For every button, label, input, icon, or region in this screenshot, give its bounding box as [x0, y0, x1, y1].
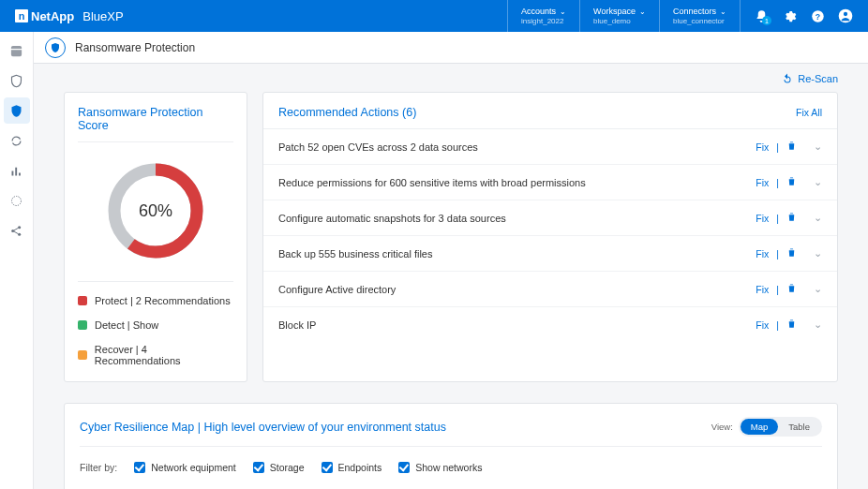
action-text: Configure automatic snapshots for 3 data…: [278, 213, 756, 224]
checkbox-checked-icon: [322, 462, 333, 473]
filter-endpoints[interactable]: Endpoints: [322, 462, 382, 473]
trash-icon[interactable]: [786, 319, 797, 331]
chevron-down-icon[interactable]: ⌄: [814, 212, 822, 224]
action-text: Block IP: [278, 319, 756, 331]
action-row: Configure automatic snapshots for 3 data…: [263, 200, 837, 236]
action-row: Patch 52 open CVEs across 2 data sources…: [263, 129, 837, 165]
fix-button[interactable]: Fix: [756, 319, 769, 331]
svg-point-4: [12, 196, 22, 205]
chevron-down-icon: ⌄: [560, 7, 566, 16]
page-subheader: Ransomware Protection: [0, 32, 868, 64]
legend-swatch-detect: [78, 320, 87, 330]
legend-recover[interactable]: Recover | 4 Recommendations: [78, 344, 233, 366]
action-row: Reduce permissions for 600 sensitive ite…: [263, 165, 837, 200]
action-text: Configure Active directory: [278, 284, 756, 295]
chevron-down-icon: ⌄: [639, 7, 646, 16]
side-nav: [0, 32, 34, 489]
chevron-down-icon[interactable]: ⌄: [814, 247, 822, 259]
recommended-actions-card: Recommended Actions (6) Fix All Patch 52…: [262, 92, 838, 382]
main-content: Re-Scan Ransomware Protection Score 60% …: [34, 64, 868, 489]
cyber-resilience-map-card: Cyber Resilience Map | High level overvi…: [64, 403, 838, 489]
toggle-map[interactable]: Map: [741, 419, 778, 435]
svg-text:?: ?: [815, 11, 819, 21]
trash-icon[interactable]: [786, 141, 797, 153]
trash-icon[interactable]: [786, 247, 797, 259]
trash-icon[interactable]: [786, 283, 797, 295]
nav-reports-icon[interactable]: [4, 157, 30, 184]
fix-button[interactable]: Fix: [756, 213, 769, 224]
legend-swatch-protect: [78, 296, 87, 305]
netapp-n-icon: n: [15, 9, 28, 22]
chevron-down-icon[interactable]: ⌄: [814, 176, 822, 188]
nav-extensions-icon[interactable]: [4, 187, 30, 214]
workspace-dropdown[interactable]: Workspace⌄ blue_demo: [579, 0, 659, 32]
protection-score-card: Ransomware Protection Score 60% Protect …: [64, 92, 247, 382]
nav-share-icon[interactable]: [4, 217, 30, 244]
chevron-down-icon: ⌄: [720, 7, 726, 16]
fix-button[interactable]: Fix: [756, 177, 769, 188]
ransomware-protection-icon: [45, 37, 66, 58]
product-name: BlueXP: [82, 9, 123, 23]
score-legend: Protect | 2 Recommendations Detect | Sho…: [78, 281, 233, 366]
checkbox-checked-icon: [134, 462, 145, 473]
view-label: View:: [711, 422, 733, 432]
brand-name: NetApp: [31, 9, 74, 23]
fix-all-button[interactable]: Fix All: [796, 107, 822, 118]
action-text: Reduce permissions for 600 sensitive ite…: [278, 177, 756, 188]
chevron-down-icon[interactable]: ⌄: [814, 283, 822, 295]
filter-network-equipment[interactable]: Network equipment: [134, 462, 235, 473]
legend-detect[interactable]: Detect | Show: [78, 319, 233, 331]
score-card-title: Ransomware Protection Score: [78, 106, 233, 142]
action-row: Back up 555 business critical files Fix …: [263, 236, 837, 272]
action-row: Configure Active directory Fix | ⌄: [263, 272, 837, 307]
score-percent: 60%: [104, 159, 207, 262]
checkbox-checked-icon: [253, 462, 264, 473]
app-header: n NetApp BlueXP Accounts⌄ insight_2022 W…: [0, 0, 868, 32]
action-row: Block IP Fix | ⌄: [263, 307, 837, 342]
accounts-dropdown[interactable]: Accounts⌄ insight_2022: [507, 0, 579, 32]
svg-point-3: [844, 12, 847, 16]
actions-card-title: Recommended Actions (6): [278, 106, 416, 119]
notifications-icon[interactable]: 1: [754, 8, 769, 23]
page-title: Ransomware Protection: [75, 41, 195, 54]
legend-protect[interactable]: Protect | 2 Recommendations: [78, 295, 233, 306]
nav-protection-icon[interactable]: [4, 97, 30, 124]
notifications-badge: 1: [762, 16, 771, 25]
connectors-dropdown[interactable]: Connectors⌄ blue_connector: [659, 0, 740, 32]
fix-button[interactable]: Fix: [756, 284, 769, 295]
action-text: Patch 52 open CVEs across 2 data sources: [278, 141, 756, 153]
score-donut-chart: 60%: [104, 159, 207, 262]
map-card-title: Cyber Resilience Map | High level overvi…: [80, 421, 446, 434]
view-toggle: View: Map Table: [711, 417, 822, 437]
help-icon[interactable]: ?: [810, 8, 825, 23]
rescan-button[interactable]: Re-Scan: [782, 73, 838, 84]
nav-sync-icon[interactable]: [4, 127, 30, 154]
chevron-down-icon[interactable]: ⌄: [814, 319, 822, 331]
chevron-down-icon[interactable]: ⌄: [814, 141, 822, 153]
map-filters: Filter by: Network equipment Storage End…: [80, 462, 822, 473]
fix-button[interactable]: Fix: [756, 141, 769, 153]
nav-canvas-icon[interactable]: [4, 37, 30, 64]
trash-icon[interactable]: [786, 212, 797, 224]
filter-storage[interactable]: Storage: [253, 462, 305, 473]
fix-button[interactable]: Fix: [756, 248, 769, 259]
refresh-icon: [782, 73, 793, 84]
action-text: Back up 555 business critical files: [278, 248, 756, 259]
brand-logo[interactable]: n NetApp BlueXP: [15, 9, 124, 23]
trash-icon[interactable]: [786, 176, 797, 188]
legend-swatch-recover: [78, 350, 87, 360]
user-icon[interactable]: [838, 8, 853, 23]
filter-show-networks[interactable]: Show networks: [398, 462, 482, 473]
settings-icon[interactable]: [782, 8, 797, 23]
nav-shield-icon[interactable]: [4, 67, 30, 94]
filter-by-label: Filter by:: [80, 462, 117, 473]
checkbox-checked-icon: [398, 462, 410, 473]
toggle-table[interactable]: Table: [778, 419, 820, 435]
